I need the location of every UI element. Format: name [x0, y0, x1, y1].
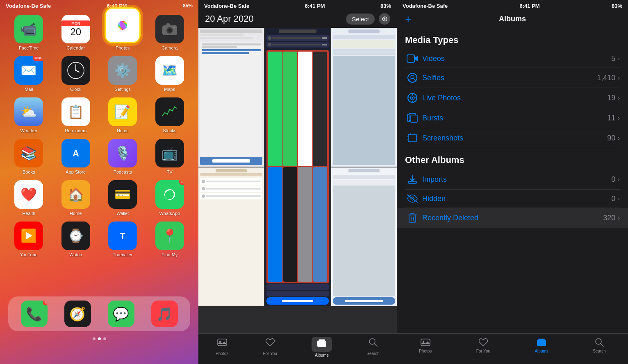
album-row-imports[interactable]: Imports 0 › [405, 170, 620, 190]
page-dots [0, 337, 198, 340]
app-wallet[interactable]: 💳 Wallet [102, 180, 143, 216]
album-row-bursts[interactable]: Bursts 11 › [405, 108, 620, 128]
videos-count: 5 [611, 54, 615, 63]
home-screen-panel: Vodafone-Be Safe 6:40 PM 85% 📹 FaceTime … [0, 0, 198, 364]
svg-rect-32 [218, 339, 227, 346]
tab-photos[interactable]: Photos [216, 337, 228, 356]
truecaller-icon: T [108, 222, 137, 250]
recently-deleted-count: 320 [603, 214, 615, 222]
p3-foryou-tab-icon [478, 337, 489, 348]
dock-messages[interactable]: 💬 [108, 301, 134, 327]
app-tv[interactable]: 📺 TV [149, 139, 191, 174]
album-row-screenshots[interactable]: Screenshots 90 › [405, 128, 620, 148]
books-icon: 📚 [14, 139, 43, 167]
app-calendar[interactable]: MON 20 Calendar [55, 15, 97, 50]
p3-tab-foryou[interactable]: For You [476, 337, 490, 353]
reminders-icon: 📋 [61, 97, 90, 126]
app-mail[interactable]: ✉️ 18,558 Mail [8, 56, 50, 92]
app-notes[interactable]: 📝 Notes [102, 97, 143, 133]
foryou-tab-label: For You [263, 351, 277, 356]
svg-rect-34 [317, 341, 326, 347]
reminders-label: Reminders [65, 128, 86, 133]
album-row-recently-deleted[interactable]: Recently Deleted 320 › [397, 208, 628, 228]
p3-search-tab-icon [594, 337, 605, 348]
selfies-label: Selfies [422, 74, 597, 82]
search-tab-icon [368, 337, 378, 350]
more-button[interactable]: ⊕ [379, 13, 390, 25]
app-facetime[interactable]: 📹 FaceTime [8, 15, 50, 50]
app-watch[interactable]: ⌚ Watch [55, 222, 97, 257]
tab-foryou[interactable]: For You [263, 337, 277, 356]
app-clock[interactable]: Clock [55, 56, 97, 92]
whatsapp-icon: 6 [155, 180, 184, 209]
app-home[interactable]: 🏠 Home [55, 180, 97, 216]
status-bar-panel3: Vodafone-Be Safe 6:41 PM 83% [397, 0, 628, 11]
photos-label: Photos [116, 45, 130, 50]
p3-tab-photos[interactable]: Photos [419, 337, 432, 353]
mail-icon: ✉️ 18,558 [14, 56, 43, 85]
dock-safari[interactable]: 🧭 [64, 301, 91, 327]
tab-search[interactable]: Search [366, 337, 380, 356]
p3-tab-search[interactable]: Search [593, 337, 606, 353]
videos-icon-wrap [405, 54, 420, 63]
album-row-videos[interactable]: Videos 5 › [405, 50, 620, 68]
app-truecaller[interactable]: T Truecaller [102, 222, 143, 257]
safari-icon: 🧭 [64, 301, 91, 327]
p3-tab-albums[interactable]: Albums [535, 337, 548, 353]
findmy-icon: 📍 [155, 222, 184, 250]
app-weather[interactable]: ⛅ Weather [8, 97, 50, 133]
phone-icon: 6 📞 [21, 301, 48, 327]
album-row-live-photos[interactable]: Live Photos 19 › [405, 88, 620, 108]
app-podcasts[interactable]: 🎙️ Podcasts [102, 139, 143, 174]
app-maps[interactable]: 🗺️ Maps [149, 56, 191, 92]
clock-label: Clock [70, 87, 82, 92]
album-row-hidden[interactable]: Hidden 0 › [405, 190, 620, 208]
app-camera[interactable]: Camera [149, 15, 191, 50]
app-health[interactable]: ❤️ Health [8, 180, 50, 216]
screenshot-1 [198, 28, 264, 167]
svg-line-62 [601, 344, 603, 346]
app-reminders[interactable]: 📋 Reminders [55, 97, 97, 133]
tab-albums[interactable]: Albums [312, 337, 332, 357]
svg-rect-57 [421, 339, 430, 346]
app-youtube[interactable]: ▶️ YouTube [8, 222, 50, 257]
svg-rect-18 [166, 23, 170, 26]
svg-rect-25 [161, 103, 179, 121]
stocks-label: Stocks [163, 128, 176, 133]
search-tab-label: Search [366, 351, 380, 356]
p2-carrier: Vodafone-Be Safe [204, 3, 249, 9]
imports-icon-wrap [405, 174, 420, 185]
app-stocks[interactable]: Stocks [149, 97, 191, 133]
app-whatsapp[interactable]: 6 WhatsApp [149, 180, 191, 216]
photos-tab-label: Photos [216, 351, 228, 356]
p3-foryou-tab-label: For You [476, 349, 490, 353]
screenshots-icon-wrap [405, 133, 420, 143]
album-row-selfies[interactable]: Selfies 1,410 › [405, 68, 620, 88]
dock-music[interactable]: 🎵 [151, 301, 178, 327]
hidden-count: 0 [611, 194, 615, 203]
app-photos[interactable]: Photos [102, 11, 143, 50]
youtube-icon: ▶️ [14, 222, 43, 250]
app-findmy[interactable]: 📍 Find My [149, 222, 191, 257]
tv-icon: 📺 [155, 139, 184, 167]
hidden-label: Hidden [422, 194, 611, 203]
dock: 6 📞 🧭 💬 🎵 [8, 296, 190, 331]
recently-deleted-label: Recently Deleted [422, 214, 603, 222]
svg-text:A: A [73, 148, 79, 158]
photos-tabbar: Photos For You Albums [198, 333, 397, 364]
hidden-icon-wrap [405, 194, 420, 203]
bursts-count: 11 [607, 114, 615, 122]
dock-phone[interactable]: 6 📞 [21, 301, 48, 327]
app-appstore[interactable]: A App Store [55, 139, 97, 174]
app-settings[interactable]: ⚙️ Settings [102, 56, 143, 92]
selfies-count: 1,410 [597, 74, 615, 82]
dot-3 [103, 337, 106, 340]
wallet-label: Wallet [116, 211, 129, 216]
svg-point-43 [412, 97, 413, 99]
status-bar-panel2: Vodafone-Be Safe 6:41 PM 83% [198, 0, 397, 11]
albums-scroll: Media Types Videos 5 › Selfies [397, 28, 628, 333]
add-album-button[interactable]: + [405, 13, 411, 25]
select-button[interactable]: Select [346, 14, 375, 25]
photos-tab-icon [217, 337, 228, 350]
app-books[interactable]: 📚 Books [8, 139, 50, 174]
